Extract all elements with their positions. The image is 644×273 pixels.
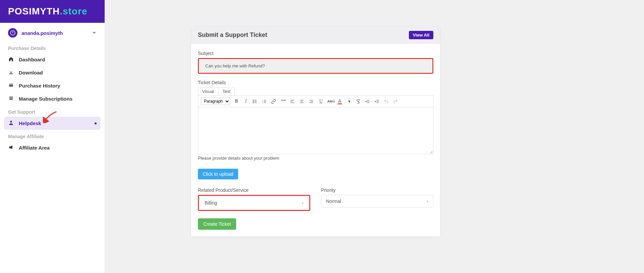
clear-formatting-icon[interactable]: [356, 99, 362, 104]
sidebar-item-helpdesk[interactable]: Helpdesk: [4, 117, 101, 130]
align-right-icon[interactable]: [309, 99, 315, 104]
svg-text:3: 3: [262, 102, 263, 103]
subject-label: Subject: [198, 51, 433, 56]
megaphone-icon: [8, 145, 14, 151]
sidebar: POSIMYTH.store ananda.posimyth Purchase …: [0, 0, 105, 273]
svg-point-11: [253, 102, 254, 103]
resize-handle-icon[interactable]: [429, 150, 432, 153]
section-manage-affiliate: Manage Affiliate: [0, 130, 105, 141]
sidebar-item-download[interactable]: Download: [0, 66, 105, 79]
blockquote-icon[interactable]: ““: [280, 99, 286, 104]
editor-toolbar: Paragraph B I 123 ““ U ABC: [198, 95, 433, 107]
text-color-icon[interactable]: A: [337, 99, 343, 104]
subject-highlight: [198, 58, 433, 74]
tab-text[interactable]: Text: [218, 87, 235, 95]
view-all-button[interactable]: View All: [409, 31, 433, 39]
priority-value: Normal: [326, 199, 341, 204]
details-helper: Please provide details about your proble…: [198, 156, 433, 161]
align-center-icon[interactable]: [299, 99, 305, 104]
sidebar-item-dashboard[interactable]: Dashboard: [0, 53, 105, 66]
link-icon[interactable]: [271, 99, 277, 104]
bold-icon[interactable]: B: [233, 99, 239, 104]
redo-icon[interactable]: [393, 99, 399, 104]
home-icon: [8, 56, 14, 63]
svg-rect-4: [9, 98, 13, 99]
outdent-icon[interactable]: [365, 99, 371, 104]
sidebar-item-label: Helpdesk: [19, 120, 41, 126]
related-select[interactable]: Billing ▾: [200, 197, 309, 209]
bullet-list-icon[interactable]: [252, 99, 258, 104]
brand-suffix: .store: [60, 6, 87, 17]
svg-point-9: [253, 101, 254, 102]
sidebar-item-label: Affiliate Area: [19, 145, 50, 151]
brand-name: POSIMYTH: [8, 6, 60, 17]
chevron-down-icon: [92, 30, 97, 36]
user-name: ananda.posimyth: [21, 30, 63, 36]
strikethrough-icon[interactable]: ABC: [327, 99, 333, 103]
sidebar-item-affiliate-area[interactable]: Affiliate Area: [0, 141, 105, 154]
underline-icon[interactable]: U: [318, 99, 324, 104]
sidebar-item-label: Manage Subscriptions: [19, 96, 72, 102]
card-title: Submit a Support Ticket: [198, 32, 267, 39]
paragraph-select[interactable]: Paragraph: [201, 98, 230, 105]
section-purchase-details: Purchase Details: [0, 42, 105, 53]
create-ticket-button[interactable]: Create Ticket: [198, 218, 236, 230]
details-label: Ticket Details: [198, 80, 433, 85]
tab-visual[interactable]: Visual: [198, 87, 218, 95]
list-icon: [8, 96, 14, 102]
numbered-list-icon[interactable]: 123: [262, 99, 268, 104]
priority-select[interactable]: Normal ▾: [321, 195, 433, 208]
undo-icon[interactable]: [384, 99, 390, 104]
download-icon: [8, 69, 14, 76]
ticket-card: Submit a Support Ticket View All Subject…: [191, 26, 440, 236]
sidebar-item-label: Download: [19, 70, 43, 75]
sidebar-item-purchase-history[interactable]: Purchase History: [0, 79, 105, 92]
svg-rect-2: [9, 85, 13, 85]
details-editor[interactable]: [198, 107, 433, 154]
upload-button[interactable]: Click to upload: [198, 169, 238, 179]
sidebar-item-label: Purchase History: [19, 83, 60, 89]
related-label: Related Product/Service: [198, 187, 310, 193]
avatar: [8, 28, 17, 38]
priority-label: Priority: [321, 187, 433, 193]
related-highlight: Billing ▾: [198, 195, 310, 211]
card-icon: [8, 83, 14, 89]
sidebar-item-subscriptions[interactable]: Manage Subscriptions: [0, 92, 105, 105]
chevron-down-icon: ▾: [427, 200, 428, 203]
user-menu[interactable]: ananda.posimyth: [0, 23, 105, 42]
brand-logo: POSIMYTH.store: [0, 0, 105, 23]
indent-icon[interactable]: [374, 99, 380, 104]
svg-rect-5: [9, 99, 13, 100]
editor-tabs: Visual Text: [198, 87, 433, 95]
chevron-down-icon: ▾: [302, 201, 304, 205]
helpdesk-icon: [8, 120, 14, 126]
related-value: Billing: [205, 200, 217, 206]
italic-icon[interactable]: I: [243, 99, 249, 104]
svg-point-6: [10, 121, 12, 122]
sidebar-item-label: Dashboard: [19, 57, 45, 62]
section-get-support: Get Support: [0, 105, 105, 117]
svg-rect-3: [9, 97, 13, 97]
svg-point-7: [253, 100, 254, 100]
subject-input[interactable]: [200, 60, 432, 72]
align-left-icon[interactable]: [290, 99, 296, 104]
text-color-dropdown-icon[interactable]: ▾: [346, 99, 352, 104]
